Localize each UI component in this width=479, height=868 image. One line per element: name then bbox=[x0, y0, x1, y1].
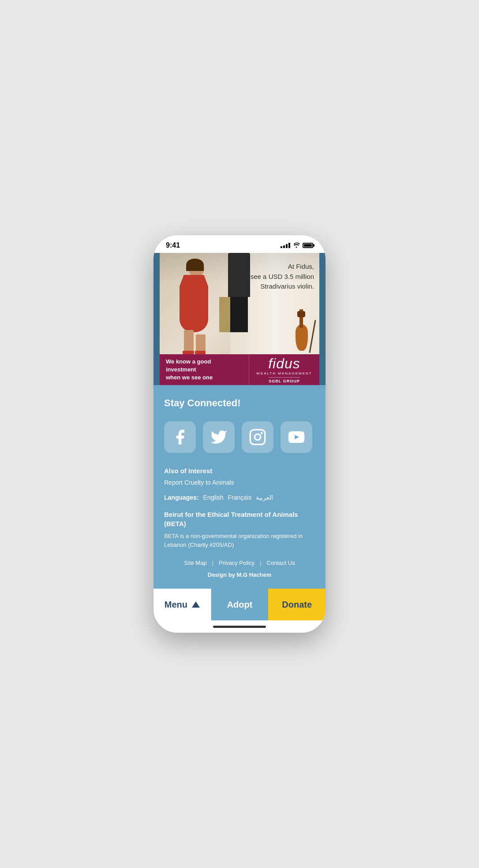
instagram-icon-btn[interactable] bbox=[242, 421, 273, 453]
violin-figure bbox=[294, 311, 310, 351]
home-indicator bbox=[213, 626, 266, 628]
fidus-sub2: SGBL GROUP bbox=[269, 377, 299, 383]
ad-bottom: We know a good investment when we see on… bbox=[160, 354, 319, 385]
bar4 bbox=[288, 243, 290, 248]
bar2 bbox=[283, 245, 285, 248]
notch bbox=[206, 235, 273, 249]
adopt-button[interactable]: Adopt bbox=[211, 589, 269, 620]
languages-label: Languages: bbox=[164, 494, 199, 501]
lang-english-link[interactable]: English bbox=[203, 494, 224, 501]
menu-arrow-icon bbox=[192, 601, 200, 608]
svg-rect-0 bbox=[250, 430, 265, 444]
contact-us-link[interactable]: Contact Us bbox=[266, 560, 295, 566]
signal-bars-icon bbox=[281, 243, 290, 248]
ad-tagline-text: We know a good investment when we see on… bbox=[166, 358, 243, 382]
svg-point-1 bbox=[254, 434, 260, 440]
youtube-icon bbox=[288, 428, 305, 446]
wifi-icon bbox=[293, 242, 300, 249]
footer-sep1: | bbox=[212, 560, 213, 566]
youtube-icon-btn[interactable] bbox=[281, 421, 312, 453]
status-time: 9:41 bbox=[166, 241, 180, 249]
adopt-label: Adopt bbox=[227, 600, 253, 610]
site-map-link[interactable]: Site Map bbox=[184, 560, 206, 566]
ad-banner[interactable]: At Fidus, we see a USD 3.5 million Strad… bbox=[153, 253, 326, 385]
phone-bottom-bar bbox=[153, 620, 326, 633]
ad-headline: At Fidus, we see a USD 3.5 million Strad… bbox=[240, 262, 314, 292]
phone-frame: 9:41 bbox=[153, 235, 326, 633]
design-credit: Design by M.G Hachem bbox=[164, 571, 315, 578]
ad-tagline-area: We know a good investment when we see on… bbox=[160, 354, 249, 385]
twitter-icon bbox=[210, 428, 228, 446]
report-cruelty-link[interactable]: Report Cruelty to Animals bbox=[164, 479, 315, 486]
svg-point-2 bbox=[261, 432, 263, 434]
instagram-icon bbox=[249, 428, 266, 446]
battery-fill bbox=[304, 244, 312, 247]
status-icons bbox=[281, 242, 313, 249]
privacy-policy-link[interactable]: Privacy Policy bbox=[219, 560, 254, 566]
ad-brand-area: fidus WEALTH MANAGEMENT SGBL GROUP bbox=[249, 354, 319, 385]
lang-arabic-link[interactable]: العربية bbox=[256, 494, 273, 501]
social-icons-row bbox=[164, 421, 315, 453]
org-desc: BETA is a non-governmental organization … bbox=[164, 532, 315, 549]
donate-label: Donate bbox=[282, 600, 312, 610]
footer-sep2: | bbox=[260, 560, 261, 566]
twitter-icon-btn[interactable] bbox=[203, 421, 235, 453]
battery-icon bbox=[303, 243, 313, 248]
also-of-interest-heading: Also of Interest bbox=[164, 467, 315, 475]
ad-image-area: At Fidus, we see a USD 3.5 million Strad… bbox=[160, 253, 319, 354]
fidus-sub1: WEALTH MANAGEMENT bbox=[256, 371, 312, 375]
bar3 bbox=[286, 244, 288, 248]
lang-french-link[interactable]: Français bbox=[228, 494, 252, 501]
menu-label: Menu bbox=[165, 600, 187, 610]
menu-button[interactable]: Menu bbox=[153, 589, 211, 620]
woman-figure bbox=[164, 255, 232, 354]
footer-links-row: Site Map | Privacy Policy | Contact Us bbox=[164, 560, 315, 566]
ad-inner: At Fidus, we see a USD 3.5 million Strad… bbox=[160, 253, 319, 385]
stay-connected-heading: Stay Connected! bbox=[164, 397, 315, 409]
fidus-logo: fidus bbox=[268, 356, 300, 371]
facebook-icon-btn[interactable] bbox=[164, 421, 196, 453]
footer-section: Stay Connected! bbox=[153, 385, 326, 589]
facebook-icon bbox=[171, 428, 189, 446]
languages-row: Languages: English Français العربية bbox=[164, 494, 315, 501]
bottom-nav: Menu Adopt Donate bbox=[153, 589, 326, 620]
org-title: Beirut for the Ethical Treatment of Anim… bbox=[164, 510, 315, 528]
donate-button[interactable]: Donate bbox=[268, 589, 326, 620]
bar1 bbox=[281, 246, 282, 248]
